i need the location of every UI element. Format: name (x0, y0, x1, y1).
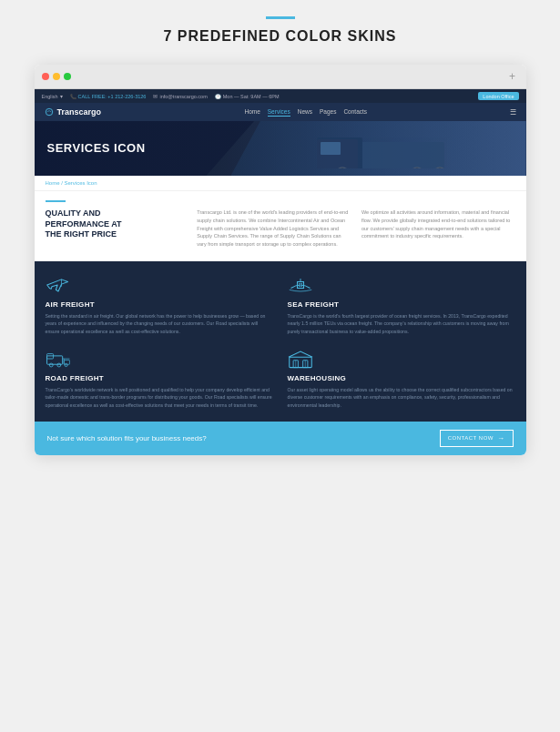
quality-title-col: QUALITY ANDPERFORMANCE ATTHE RIGHT PRICE (46, 208, 187, 249)
breadcrumb-home[interactable]: Home (46, 180, 60, 186)
language-selector[interactable]: English ▾ (42, 94, 63, 99)
service-road-freight: ROAD FREIGHT TransCargo's worldwide netw… (46, 348, 273, 409)
utility-bar-left: English ▾ 📞 CALL FREE: +1 212-226-3126 ✉… (42, 94, 280, 99)
nav-search-icon[interactable]: ☰ (510, 108, 516, 117)
road-freight-text: TransCargo's worldwide network is well p… (46, 386, 273, 409)
contact-arrow-icon: → (497, 434, 505, 442)
main-nav: Transcargo Home Services News Pages Cont… (35, 103, 526, 121)
cta-text: Not sure which solution fits your busine… (47, 434, 207, 442)
service-sea-freight: SEA FREIGHT TransCargo is the world's fo… (288, 274, 515, 335)
content-text-mid: Transcargo Ltd. is one of the world's le… (197, 208, 351, 249)
browser-chrome: + (35, 65, 526, 89)
breadcrumb-current: Services Icon (65, 180, 97, 186)
svg-point-0 (46, 108, 53, 116)
content-section: QUALITY ANDPERFORMANCE ATTHE RIGHT PRICE… (35, 191, 526, 261)
dot-yellow[interactable] (53, 73, 60, 80)
browser-frame: + English ▾ 📞 CALL FREE: +1 212-226-3126… (35, 65, 526, 455)
road-freight-title: ROAD FREIGHT (46, 374, 273, 382)
accent-bar (266, 16, 295, 19)
content-text-right: We optimize all activities around inform… (361, 208, 515, 240)
cta-bar: Not sure which solution fits your busine… (35, 422, 526, 455)
nav-links: Home Services News Pages Contacts (244, 108, 367, 117)
contact-now-button[interactable]: CONTACT NOW → (440, 430, 514, 447)
plane-icon (46, 274, 71, 296)
svg-point-19 (56, 363, 60, 367)
service-air-freight: AIR FREIGHT Setting the standard in air … (46, 274, 273, 335)
services-section: AIR FREIGHT Setting the standard in air … (35, 261, 526, 422)
hero-section: SERVICES ICON (35, 121, 526, 176)
contact-now-label: CONTACT NOW (448, 435, 494, 441)
service-warehousing: WAREHOUSING Our asset light operating mo… (288, 348, 515, 409)
nav-pages[interactable]: Pages (320, 108, 336, 117)
svg-rect-24 (289, 357, 311, 367)
page-title: 7 PREDEFINED COLOR SKINS (163, 28, 396, 45)
svg-rect-16 (46, 356, 62, 364)
nav-home[interactable]: Home (244, 108, 260, 117)
content-col-right: We optimize all activities around inform… (361, 208, 515, 249)
browser-plus-button[interactable]: + (506, 70, 519, 83)
nav-services[interactable]: Services (268, 108, 290, 117)
svg-point-18 (49, 363, 53, 367)
dot-red[interactable] (42, 73, 49, 80)
content-columns: QUALITY ANDPERFORMANCE ATTHE RIGHT PRICE… (46, 208, 515, 249)
logo: Transcargo (44, 107, 102, 117)
hero-title: SERVICES ICON (47, 141, 514, 155)
dot-green[interactable] (64, 73, 71, 80)
air-freight-title: AIR FREIGHT (46, 300, 273, 309)
warehousing-text: Our asset light operating model allows u… (288, 386, 515, 409)
phone-number: 📞 CALL FREE: +1 212-226-3126 (70, 94, 147, 99)
ship-icon (288, 274, 313, 296)
browser-dots (42, 73, 71, 80)
sea-freight-text: TransCargo is the world's fourth largest… (288, 312, 515, 335)
top-section: 7 PREDEFINED COLOR SKINS (0, 0, 560, 65)
utility-bar: English ▾ 📞 CALL FREE: +1 212-226-3126 ✉… (35, 89, 526, 103)
truck-icon (46, 348, 71, 370)
location-button[interactable]: London Office (478, 92, 518, 100)
quality-title: QUALITY ANDPERFORMANCE ATTHE RIGHT PRICE (46, 208, 187, 240)
sea-freight-title: SEA FREIGHT (288, 300, 515, 309)
breadcrumb: Home / Services Icon (35, 176, 526, 191)
air-freight-text: Setting the standard in air freight. Our… (46, 312, 273, 335)
section-underline (46, 200, 66, 202)
content-col-mid: Transcargo Ltd. is one of the world's le… (197, 208, 351, 249)
nav-news[interactable]: News (298, 108, 312, 117)
warehouse-icon (288, 348, 313, 370)
warehousing-title: WAREHOUSING (288, 374, 515, 382)
business-hours: 🕐 Mon — Sat: 9AM — 6PM (215, 94, 280, 99)
nav-contacts[interactable]: Contacts (343, 108, 367, 117)
email-address: ✉ info@transcargo.com (153, 94, 207, 99)
